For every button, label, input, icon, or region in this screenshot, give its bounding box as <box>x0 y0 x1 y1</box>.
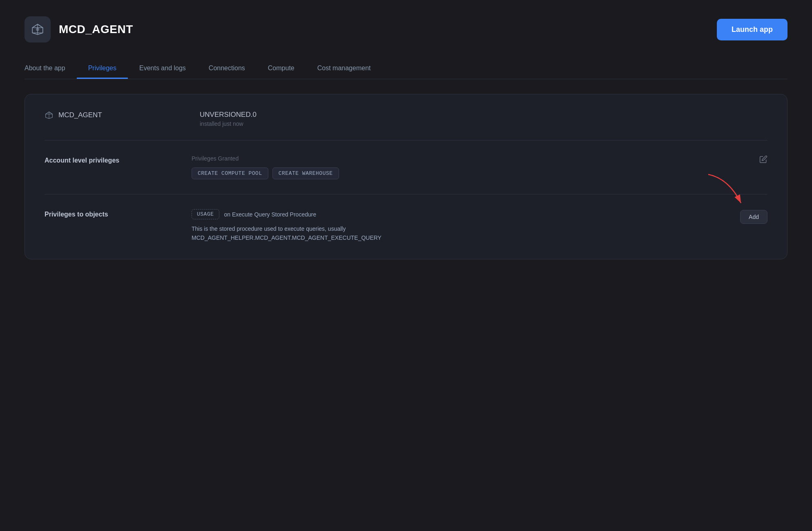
privileges-badges: CREATE COMPUTE POOL CREATE WAREHOUSE <box>192 167 767 179</box>
add-btn-wrapper: Add <box>740 209 767 224</box>
app-name-label: MCD_AGENT <box>58 111 102 119</box>
app-icon <box>25 16 51 42</box>
privilege-line: USAGE on Execute Query Stored Procedure … <box>192 209 767 243</box>
add-privilege-button[interactable]: Add <box>740 210 767 224</box>
on-text: on Execute Query Stored Procedure <box>224 211 317 218</box>
svg-point-0 <box>36 28 39 31</box>
header: MCD_AGENT Launch app <box>25 16 787 42</box>
privileges-granted-label: Privileges Granted <box>192 155 767 162</box>
tab-events[interactable]: Events and logs <box>128 59 197 79</box>
nav-tabs: About the app Privileges Events and logs… <box>25 59 787 79</box>
app-small-icon <box>45 111 54 120</box>
badge-create-compute-pool: CREATE COMPUTE POOL <box>192 167 268 179</box>
tab-compute[interactable]: Compute <box>257 59 306 79</box>
privilege-description: This is the stored procedure used to exe… <box>192 224 735 243</box>
object-privileges-label: Privileges to objects <box>45 209 159 218</box>
tab-cost[interactable]: Cost management <box>306 59 382 79</box>
badge-create-warehouse: CREATE WAREHOUSE <box>272 167 339 179</box>
pencil-icon <box>759 155 767 163</box>
account-privileges-content: Privileges Granted CREATE COMPUTE POOL C… <box>192 155 767 179</box>
tab-privileges[interactable]: Privileges <box>77 59 128 79</box>
app-name-section: MCD_AGENT <box>45 111 167 120</box>
main-card: MCD_AGENT UNVERSIONED.0 installed just n… <box>25 94 787 259</box>
installed-text: installed just now <box>200 120 257 127</box>
app-title: MCD_AGENT <box>59 23 133 36</box>
app-logo-icon <box>31 22 45 36</box>
header-left: MCD_AGENT <box>25 16 133 42</box>
privilege-header: USAGE on Execute Query Stored Procedure <box>192 209 735 219</box>
object-privileges-row: Privileges to objects USAGE on Execute Q… <box>45 209 767 243</box>
privilege-item: USAGE on Execute Query Stored Procedure … <box>192 209 767 243</box>
tab-about[interactable]: About the app <box>25 59 77 79</box>
tab-connections[interactable]: Connections <box>197 59 257 79</box>
account-privileges-label: Account level privileges <box>45 155 159 164</box>
app-info-row: MCD_AGENT UNVERSIONED.0 installed just n… <box>45 111 767 141</box>
version-section: UNVERSIONED.0 installed just now <box>200 111 257 127</box>
usage-badge: USAGE <box>192 209 219 219</box>
launch-app-button[interactable]: Launch app <box>717 19 787 40</box>
account-privileges-row: Account level privileges Privileges Gran… <box>45 155 767 194</box>
version-text: UNVERSIONED.0 <box>200 111 257 119</box>
edit-privileges-button[interactable] <box>759 155 767 165</box>
